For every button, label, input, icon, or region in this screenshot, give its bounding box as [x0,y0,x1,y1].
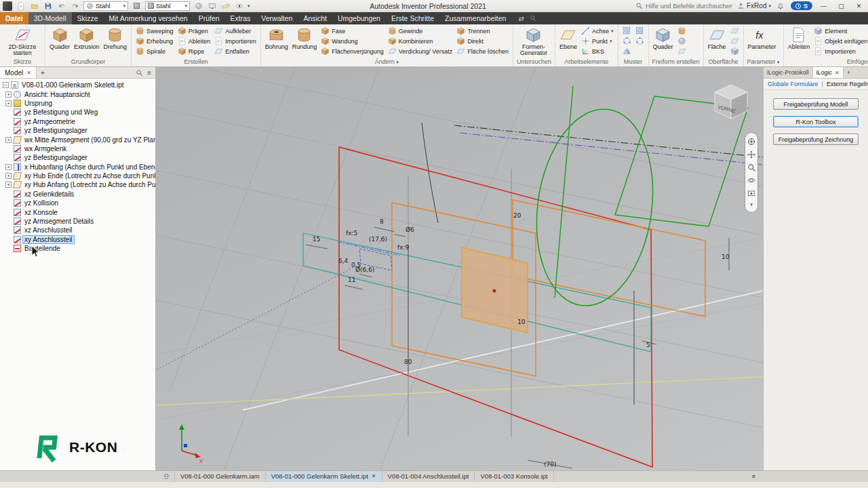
tree-item[interactable]: yz Armgeometrie [0,117,155,126]
achse-button[interactable]: Achse▾ [579,26,616,36]
tree-item[interactable]: xz Konsole [0,207,155,216]
dim-15[interactable]: 15 [313,236,320,243]
doc-tab-gelenkarm-iam[interactable]: V08-01-000 Gelenkarm.iam [175,471,266,481]
appearance-select[interactable]: Stahl ▾ [145,1,190,11]
dim-dia6[interactable]: Ø6 [406,226,414,233]
rundung-button[interactable]: Rundung [290,26,319,51]
steering-wheel-icon[interactable] [747,138,755,146]
tab-ansicht[interactable]: Ansicht [298,12,332,24]
freigabepruefung-zeichnung-button[interactable]: Freigabeprüfung Zeichnung [773,134,859,145]
browser-menu-icon[interactable]: ≡ [147,69,151,77]
tab-pruefen[interactable]: Prüfen [193,12,225,24]
dim-fx5[interactable]: fx:5 [346,230,357,237]
user-account[interactable]: FxRod ▾ [737,2,771,9]
entfalten-button[interactable]: Entfalten [212,46,258,56]
tree-item[interactable]: yz Befestigungslager [0,126,155,135]
freigabepruefung-modell-button[interactable]: Freigabeprüfung Modell [773,98,859,110]
dim-dia6-6[interactable]: Ø(6,6) [355,266,374,273]
tree-item[interactable]: Bauteilende [0,244,155,253]
expand-icon[interactable]: + [5,137,12,143]
sketch-canvas[interactable]: 15 fx:5 8 Ø6 (17,6) fx:9 6,4 0,5 Ø(6,6) … [156,67,763,470]
flaeche-stutzen-button[interactable] [728,36,741,46]
dim-70[interactable]: (70) [544,461,556,468]
gewinde-button[interactable]: Gewinde [386,26,455,36]
qat-overflow-icon[interactable]: ▾ [248,3,250,9]
dim-8[interactable]: 8 [380,218,384,225]
close-icon[interactable]: ✕ [835,70,840,76]
ebene-button[interactable]: Ebene [557,26,579,51]
objekt-einfuegen-button[interactable]: Objekt einfügen [812,36,868,46]
tab-list-menu-icon[interactable]: ≡ [747,471,760,481]
fase-button[interactable]: Fase [319,26,386,36]
close-icon[interactable]: ✕ [372,473,376,479]
material-select[interactable]: Stahl ▾ [83,1,128,11]
verdickung-button[interactable]: Verdickung/ Versatz [386,46,455,56]
help-search[interactable] [635,2,732,9]
screen-capture-icon[interactable] [207,1,217,11]
look-at-icon[interactable] [747,189,755,197]
trennen-button[interactable]: Trennen [454,26,511,36]
add-panel-tab-button[interactable]: + [844,67,854,78]
dim-10a[interactable]: 10 [517,319,526,325]
orbit-icon[interactable] [747,176,755,184]
zoom-icon[interactable] [747,163,755,171]
tree-item[interactable]: yz Kollision [0,199,155,207]
tree-item[interactable]: +x Hubanfang (Achse durch Punkt und Eben… [0,163,155,171]
home-tab[interactable] [159,471,175,481]
tab-skizze[interactable]: Skizze [72,12,104,24]
tab-erste-schritte[interactable]: Erste Schritte [386,12,439,24]
viewport[interactable]: 15 fx:5 8 Ø6 (17,6) fx:9 6,4 0,5 Ø(6,6) … [156,67,763,470]
praegen-button[interactable]: Prägen [176,26,213,36]
tab-ilogic[interactable]: iLogic✕ [813,67,844,78]
switch-windows-icon[interactable]: ⇄ [518,15,524,22]
sketch-green-ellipse[interactable] [524,102,665,314]
maximize-button[interactable]: ▢ [835,1,848,11]
expand-icon[interactable]: + [5,173,12,179]
dim-fx9[interactable]: fx:9 [397,244,410,251]
new-document-icon[interactable] [16,1,26,11]
collapse-icon[interactable]: − [3,82,9,88]
dim-5[interactable]: 5 [646,342,650,348]
subtab-externe-regeln[interactable]: Externe Regeln [827,81,868,87]
bohrung-button[interactable]: Bohrung [263,26,290,51]
navbar-more-icon[interactable]: ▾ [750,202,753,207]
notifications-icon[interactable] [776,1,786,11]
punkt-button[interactable]: Punkt▾ [579,36,616,46]
app-logo-icon[interactable] [3,1,12,11]
tab-3d-modell[interactable]: 3D-Modell [28,12,72,24]
formen-generator-button[interactable]: Formen-Generator [515,26,552,57]
direkt-button[interactable]: Direkt [454,36,511,46]
extrusion-button[interactable]: Extrusion [72,26,102,51]
tree-item[interactable]: +xy Hub Ende (Lotrecht zu Achse durch Pu… [0,171,155,180]
importieren-button[interactable]: Importieren [212,36,258,46]
flaeche-skulptur-button[interactable] [728,46,741,56]
freiform-zylinder-button[interactable] [675,26,688,36]
spirale-button[interactable]: Spirale [134,46,176,56]
tab-extras[interactable]: Extras [225,12,256,24]
tree-item[interactable]: +wx Mitte Armsegment (90,00 grd zu YZ Pl… [0,135,155,144]
start-2d-sketch-button[interactable]: 2D-Skizze starten [2,26,43,57]
measure-icon[interactable] [220,1,231,11]
undo-icon[interactable] [56,1,66,11]
tree-item[interactable]: yz Armsegment Details [0,217,155,226]
expand-icon[interactable]: + [5,92,12,98]
spiegeln-button[interactable] [620,46,633,56]
einfuegen-importieren-button[interactable]: Importieren [812,46,868,56]
dim-20[interactable]: 20 [513,212,521,219]
freiform-ebene-button[interactable] [675,46,688,56]
subtab-globale-formulare[interactable]: Globale Formulare [768,81,818,87]
drehung-button[interactable]: Drehung [102,26,130,51]
bks-button[interactable]: BKS [579,46,616,56]
tab-umgebungen[interactable]: Umgebungen [332,12,386,24]
kombinieren-button[interactable]: Kombinieren [386,36,455,46]
sweeping-button[interactable]: Sweeping [134,26,176,36]
close-icon[interactable]: ✕ [26,70,31,76]
flaeche-loeschen-button[interactable]: Fläche löschen [454,46,511,56]
tree-item[interactable]: +Ansicht: Hauptansicht [0,89,155,98]
add-browser-tab-button[interactable]: + [37,69,49,77]
rechteckige-anordnung-button[interactable] [620,26,633,36]
doc-tab-anschlussteil[interactable]: V08-01-004 Anschlussteil.ipt [382,471,475,481]
doc-tab-gelenkarm-skelett[interactable]: V08-01-000 Gelenkarm Skelett.ipt✕ [266,471,382,481]
dim-17-6[interactable]: (17,6) [369,236,387,243]
tab-datei[interactable]: Datei [0,12,28,24]
